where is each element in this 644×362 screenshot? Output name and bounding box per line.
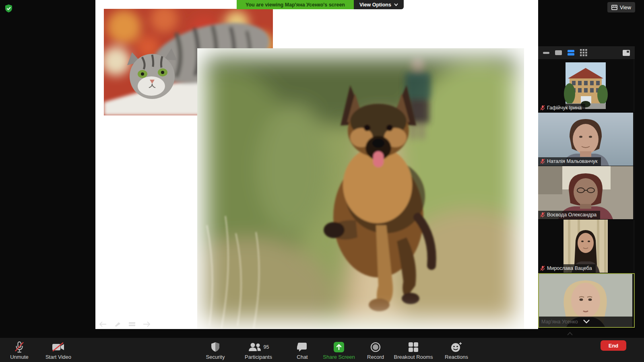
participant-tile-4[interactable]: Мирослава Вацеба	[538, 220, 635, 273]
previous-slide-icon[interactable]	[99, 321, 107, 327]
record-button[interactable]: Record	[361, 339, 390, 360]
popout-panel-icon[interactable]	[623, 50, 630, 56]
unmute-label: Unmute	[10, 354, 29, 360]
chat-bubble-icon	[297, 341, 308, 354]
end-meeting-button[interactable]: End	[601, 340, 626, 351]
video-strip-panel: Гафійчук Ірина	[538, 46, 635, 329]
participant-name: Наталія Мальованчук	[547, 158, 597, 164]
chevron-down-icon	[394, 3, 398, 6]
participant-name: Мар'яна Усенко	[541, 319, 578, 325]
participants-label: Participants	[245, 354, 272, 360]
muted-mic-icon	[540, 105, 545, 111]
share-screen-label: Share Screen	[323, 354, 355, 360]
participant-name-bar: Гафійчук Ірина	[538, 104, 585, 112]
participant-name-bar: Воєвода Олександра	[538, 211, 600, 219]
strip-panel-header	[538, 46, 635, 59]
chat-button[interactable]: Chat	[289, 339, 316, 360]
encryption-shield-icon[interactable]	[5, 4, 12, 14]
shared-screen-slide	[95, 0, 538, 329]
participant-name-bar: Наталія Мальованчук	[538, 157, 601, 166]
share-screen-button[interactable]: Share Screen	[320, 339, 358, 360]
pen-tool-icon[interactable]	[113, 321, 122, 327]
record-label: Record	[367, 354, 384, 360]
unmute-button[interactable]: Unmute	[4, 339, 35, 360]
slide-menu-icon[interactable]	[128, 321, 136, 327]
share-screen-icon	[333, 341, 345, 354]
reactions-smiley-icon	[450, 341, 462, 354]
view-button[interactable]: View	[607, 2, 635, 12]
reactions-button[interactable]: Reactions	[440, 339, 473, 360]
participant-tile-3[interactable]: Воєвода Олександра	[538, 166, 635, 219]
next-slide-icon[interactable]	[142, 321, 151, 327]
screen-share-banner: You are viewing Мар'яна Усенко's screen …	[237, 0, 404, 9]
breakout-rooms-icon	[408, 341, 419, 354]
meeting-toolbar: Unmute Start Video	[0, 338, 644, 362]
participant-name: Гафійчук Ірина	[547, 105, 582, 111]
security-label: Security	[206, 354, 225, 360]
camera-off-icon	[52, 341, 65, 354]
minimize-strip-icon[interactable]	[543, 52, 549, 54]
participants-button[interactable]: 95 Participants	[238, 339, 279, 360]
breakout-rooms-label: Breakout Rooms	[394, 354, 433, 360]
gallery-view-icon[interactable]	[580, 49, 587, 56]
participant-name: Воєвода Олександра	[547, 212, 597, 218]
viewing-screen-text: You are viewing Мар'яна Усенко's screen	[237, 0, 354, 9]
participant-tile-1[interactable]: Гафійчук Ірина	[538, 59, 635, 112]
participant-tile-5-active-speaker[interactable]: Мар'яна Усенко	[538, 273, 635, 328]
dog-photo	[197, 48, 524, 329]
participants-icon	[248, 342, 262, 352]
video-tiles: Гафійчук Ірина	[538, 59, 635, 329]
participant-name-bar: Мирослава Вацеба	[538, 264, 596, 273]
start-video-label: Start Video	[45, 354, 71, 360]
speaker-view-icon[interactable]	[555, 50, 562, 55]
start-video-button[interactable]: Start Video	[40, 339, 76, 360]
participants-count-badge: 95	[264, 344, 269, 350]
collapse-strip-chevron-icon[interactable]	[583, 319, 590, 325]
participant-name: Мирослава Вацеба	[547, 265, 592, 271]
strip-view-icon-active[interactable]	[568, 50, 574, 56]
layout-grid-icon	[611, 5, 617, 10]
active-speaker-name-bar: Мар'яна Усенко	[539, 317, 634, 327]
view-options-button[interactable]: View Options	[354, 0, 404, 9]
security-button[interactable]: Security	[199, 339, 231, 360]
muted-mic-icon	[540, 158, 545, 164]
record-icon	[370, 341, 381, 354]
zoom-meeting-window: You are viewing Мар'яна Усенко's screen …	[0, 0, 644, 362]
slideshow-controls	[99, 321, 151, 327]
participant-tile-2[interactable]: Наталія Мальованчук	[538, 113, 635, 166]
breakout-rooms-button[interactable]: Breakout Rooms	[387, 339, 440, 360]
reactions-label: Reactions	[445, 354, 468, 360]
muted-mic-icon	[14, 341, 25, 354]
muted-mic-icon	[540, 212, 545, 218]
view-button-label: View	[620, 4, 631, 10]
view-options-label: View Options	[359, 2, 391, 8]
chat-label: Chat	[297, 354, 308, 360]
security-shield-icon	[211, 341, 220, 354]
muted-mic-icon	[540, 265, 545, 271]
scroll-caret-icon	[567, 330, 573, 337]
